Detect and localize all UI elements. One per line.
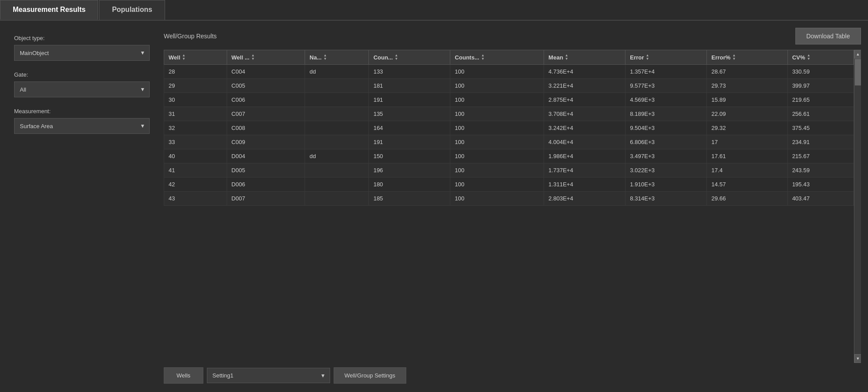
cell-count: 191 [369,135,450,149]
sort-icon-name: ▲▼ [324,54,327,61]
col-cv-pct[interactable]: CV% ▲▼ [787,50,853,65]
cell-cv_pct: 330.59 [787,65,853,79]
scroll-track[interactable] [854,59,861,354]
cell-error: 8.314E+3 [625,192,707,206]
measurement-select[interactable]: Surface Area [14,118,150,134]
cell-name [305,79,369,93]
cell-count: 180 [369,178,450,192]
scroll-thumb [855,59,861,85]
cell-mean: 2.875E+4 [544,93,625,107]
measurement-select-wrapper: Surface Area ▼ [14,118,150,134]
cell-error: 8.189E+3 [625,107,707,121]
col-count[interactable]: Coun... ▲▼ [369,50,450,65]
measurement-label: Measurement: [14,108,150,115]
cell-counts_pct: 100 [450,79,544,93]
cell-count: 150 [369,149,450,163]
cell-well: 29 [164,79,227,93]
cell-well: 43 [164,192,227,206]
tab-populations[interactable]: Populations [99,0,165,20]
cell-cv_pct: 195.43 [787,178,853,192]
object-type-select[interactable]: MainObject [14,45,150,61]
gate-select[interactable]: All [14,81,150,97]
col-error[interactable]: Error ▲▼ [625,50,707,65]
table-row: 28C004dd1331004.736E+41.357E+428.67330.5… [164,65,854,79]
gate-select-wrapper: All ▼ [14,81,150,97]
cell-counts_pct: 100 [450,163,544,178]
cell-name [305,121,369,135]
cell-well: 30 [164,93,227,107]
section-title: Well/Group Results [164,33,217,40]
scroll-up-arrow[interactable]: ▲ [854,50,861,59]
cell-counts_pct: 100 [450,121,544,135]
cell-name [305,93,369,107]
sort-icon-error-pct: ▲▼ [732,54,736,61]
cell-well_name: C007 [227,107,305,121]
cell-mean: 3.708E+4 [544,107,625,121]
gate-group: Gate: All ▼ [14,71,150,97]
object-type-label: Object type: [14,35,150,41]
object-type-group: Object type: MainObject ▼ [14,35,150,61]
well-group-settings-button[interactable]: Well/Group Settings [334,367,406,384]
table-row: 31C0071351003.708E+48.189E+322.09256.61 [164,107,854,121]
cell-error: 9.504E+3 [625,121,707,135]
cell-well: 32 [164,121,227,135]
cell-error: 3.497E+3 [625,149,707,163]
scroll-down-arrow[interactable]: ▼ [854,354,861,363]
col-counts-pct[interactable]: Counts... ▲▼ [450,50,544,65]
cell-name [305,192,369,206]
cell-cv_pct: 256.61 [787,107,853,121]
custom-scrollbar: ▲ ▼ [854,50,861,363]
cell-mean: 1.737E+4 [544,163,625,178]
cell-count: 191 [369,93,450,107]
cell-cv_pct: 219.65 [787,93,853,107]
cell-name [305,163,369,178]
cell-error: 1.357E+4 [625,65,707,79]
col-well[interactable]: Well ▲▼ [164,50,227,65]
cell-error_pct: 17.4 [707,163,787,178]
main-content: Object type: MainObject ▼ Gate: All ▼ Me… [0,21,868,391]
table-header-row: Well ▲▼ Well ... ▲▼ [164,50,854,65]
cell-count: 181 [369,79,450,93]
tab-measurement-results[interactable]: Measurement Results [0,0,98,20]
table-row: 33C0091911004.004E+46.806E+317234.91 [164,135,854,149]
cell-cv_pct: 215.67 [787,149,853,163]
download-table-button[interactable]: Download Table [795,28,861,44]
table-row: 32C0081641003.242E+49.504E+329.32375.45 [164,121,854,135]
cell-counts_pct: 100 [450,65,544,79]
cell-well_name: D005 [227,163,305,178]
table-scroll-area[interactable]: Well ▲▼ Well ... ▲▼ [164,50,854,363]
cell-well_name: C006 [227,93,305,107]
wells-button[interactable]: Wells [164,367,203,384]
cell-mean: 2.803E+4 [544,192,625,206]
col-error-pct[interactable]: Error% ▲▼ [707,50,787,65]
object-type-select-wrapper: MainObject ▼ [14,45,150,61]
cell-name: dd [305,149,369,163]
cell-well: 28 [164,65,227,79]
cell-cv_pct: 234.91 [787,135,853,149]
cell-count: 185 [369,192,450,206]
col-mean[interactable]: Mean ▲▼ [544,50,625,65]
cell-mean: 3.221E+4 [544,79,625,93]
cell-count: 164 [369,121,450,135]
cell-error: 9.577E+3 [625,79,707,93]
cell-well: 40 [164,149,227,163]
cell-counts_pct: 100 [450,93,544,107]
cell-error_pct: 29.73 [707,79,787,93]
col-well-name[interactable]: Well ... ▲▼ [227,50,305,65]
cell-error_pct: 29.32 [707,121,787,135]
left-panel: Object type: MainObject ▼ Gate: All ▼ Me… [7,28,157,384]
col-name[interactable]: Na... ▲▼ [305,50,369,65]
setting-select[interactable]: Setting1 [207,368,330,383]
cell-counts_pct: 100 [450,135,544,149]
cell-error_pct: 17 [707,135,787,149]
cell-error_pct: 28.67 [707,65,787,79]
cell-error: 3.022E+3 [625,163,707,178]
sort-icon-mean: ▲▼ [565,54,568,61]
cell-well_name: C008 [227,121,305,135]
cell-error: 4.569E+3 [625,93,707,107]
results-table: Well ▲▼ Well ... ▲▼ [164,50,854,206]
table-row: 40D004dd1501001.986E+43.497E+317.61215.6… [164,149,854,163]
cell-well: 41 [164,163,227,178]
cell-counts_pct: 100 [450,178,544,192]
cell-cv_pct: 243.59 [787,163,853,178]
